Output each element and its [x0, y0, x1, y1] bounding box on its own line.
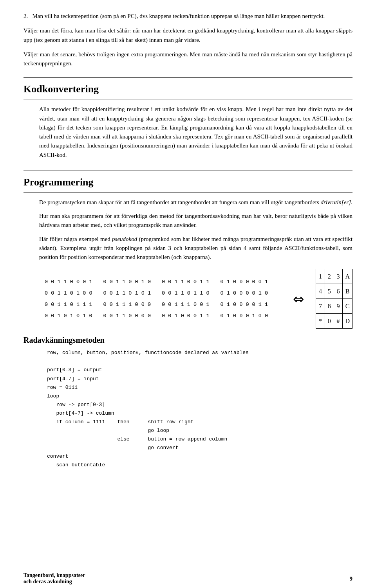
programmering-body: De programstycken man skapar för att få …	[39, 198, 352, 262]
radavkanningsmetoden-section: Radavkänningsmetoden row, column, button…	[24, 336, 352, 469]
radavkanningsmetoden-heading: Radavkänningsmetoden	[24, 336, 352, 345]
keypad-cell: 1	[316, 269, 325, 284]
binary-cell: 0 0 1 1 0 1 0 0	[39, 288, 98, 299]
kodkonvertering-para1: Alla metoder för knappidentifiering resu…	[39, 105, 352, 160]
intro-section: 2. Man vill ha teckenrepetition (som på …	[24, 12, 352, 68]
binary-cell: 0 0 1 0 1 0 1 0	[39, 310, 98, 322]
keypad-cell: 7	[316, 299, 325, 314]
keypad-cell: 2	[325, 269, 334, 284]
intro-para-3: Väljer man det senare, behövs troligen i…	[24, 50, 352, 68]
binary-cell: 0 0 1 1 0 1 1 0	[156, 288, 215, 299]
keypad-table: 123A456B789C*0#D	[316, 269, 352, 329]
binary-cell: 0 0 1 1 1 0 0 0	[98, 299, 157, 310]
drivrutin-italic: drivrutin[er]	[321, 199, 351, 205]
kodkonvertering-section: Kodkonvertering Alla metoder för knappid…	[24, 77, 352, 160]
keypad-cell: 3	[334, 269, 343, 284]
page: 2. Man vill ha teckenrepetition (som på …	[0, 0, 376, 588]
binary-table: 0 0 1 1 0 0 0 10 0 1 1 0 0 1 00 0 1 1 0 …	[39, 276, 273, 322]
keypad-cell: 4	[316, 284, 325, 299]
code-grid-area: 0 0 1 1 0 0 0 10 0 1 1 0 0 1 00 0 1 1 0 …	[39, 269, 352, 329]
programmering-heading: Programmering	[24, 176, 352, 188]
intro-para-1: 2. Man vill ha teckenrepetition (som på …	[24, 12, 352, 21]
intro-para-2: Väljer man det förra, kan man lösa det s…	[24, 26, 352, 45]
footer-page: 9	[350, 575, 353, 582]
binary-cell: 0 0 1 0 0 0 1 1	[156, 310, 215, 322]
binary-cell: 0 1 0 0 0 1 0 0	[215, 310, 274, 322]
section-divider-3	[24, 171, 352, 171]
binary-cell: 0 1 0 0 0 0 1 0	[215, 288, 274, 299]
binary-cell: 0 0 1 1 0 0 0 0	[98, 310, 157, 322]
programmering-section: Programmering De programstycken man skap…	[24, 171, 352, 470]
binary-cell: 0 0 1 1 0 0 0 1	[39, 276, 98, 288]
binary-cell: 0 0 1 1 0 0 1 0	[98, 276, 157, 288]
keypad-cell: 5	[325, 284, 334, 299]
code-block: row, column, button, position#, function…	[47, 349, 352, 469]
section-divider-4	[24, 192, 352, 192]
binary-cell: 0 0 1 1 0 1 1 1	[39, 299, 98, 310]
keypad-cell: *	[316, 314, 325, 329]
footer-line2: och deras avkodning	[24, 579, 85, 585]
keypad-cell: 9	[334, 299, 343, 314]
keypad-cell: D	[343, 314, 352, 329]
keypad-cell: 8	[325, 299, 334, 314]
footer: Tangentbord, knappsatser och deras avkod…	[0, 569, 376, 588]
programmering-para2: Hur man ska programmera för att förverkl…	[39, 212, 352, 230]
binary-cell: 0 1 0 0 0 0 0 1	[215, 276, 274, 288]
keypad-cell: C	[343, 299, 352, 314]
keypad-cell: A	[343, 269, 352, 284]
binary-cell: 0 0 1 1 0 0 1 1	[156, 276, 215, 288]
keypad-cell: 0	[325, 314, 334, 329]
binary-cell: 0 1 0 0 0 0 1 1	[215, 299, 274, 310]
footer-line1: Tangentbord, knappsatser	[24, 572, 85, 579]
kodkonvertering-heading: Kodkonvertering	[24, 83, 352, 95]
binary-cell: 0 0 1 1 1 0 0 1	[156, 299, 215, 310]
kodkonvertering-body: Alla metoder för knappidentifiering resu…	[39, 105, 352, 160]
keypad-cell: 6	[334, 284, 343, 299]
section-divider-1	[24, 77, 352, 78]
pseudokod-italic: pseudokod	[112, 236, 137, 242]
binary-cell: 0 0 1 1 0 1 0 1	[98, 288, 157, 299]
section-divider-2	[24, 99, 352, 99]
footer-left: Tangentbord, knappsatser och deras avkod…	[24, 572, 85, 585]
keypad-cell: #	[334, 314, 343, 329]
arrow-symbol: ⇔	[293, 291, 304, 307]
programmering-para1: De programstycken man skapar för att få …	[39, 198, 352, 207]
programmering-para3: Här följer några exempel med pseudokod (…	[39, 235, 352, 262]
keypad-cell: B	[343, 284, 352, 299]
